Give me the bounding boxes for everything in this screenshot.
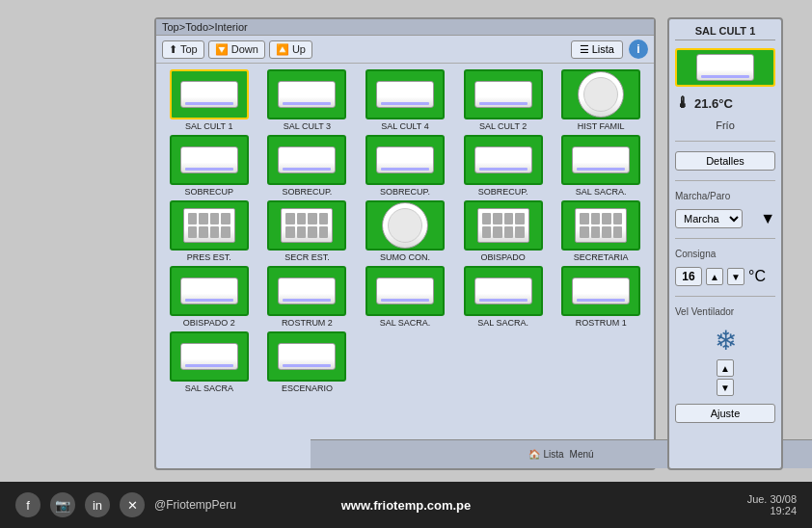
- device-icon: [365, 69, 445, 119]
- device-item[interactable]: SAL SACRA.: [358, 266, 452, 328]
- lista-button[interactable]: ☰ Lista: [571, 40, 623, 59]
- device-item[interactable]: SAL SACRA.: [456, 266, 551, 328]
- device-item[interactable]: SAL CULT 2: [456, 69, 551, 131]
- device-icon: [365, 266, 445, 316]
- device-item[interactable]: SAL SACRA: [162, 331, 257, 393]
- ac-wall-icon: [376, 146, 434, 173]
- device-icon: [365, 135, 445, 185]
- top-button[interactable]: ⬆ Top: [162, 40, 204, 59]
- device-icon: [170, 200, 249, 251]
- device-label: SAL SACRA.: [576, 187, 627, 197]
- device-label: SAL SACRA: [185, 383, 233, 393]
- ac-wall-icon: [180, 146, 238, 173]
- up-button[interactable]: 🔼 Up: [269, 40, 312, 59]
- device-icon: [267, 266, 346, 316]
- device-item[interactable]: SAL CULT 1: [162, 69, 257, 131]
- ac-grid-icon: [281, 208, 333, 243]
- ac-grid-icon: [575, 208, 627, 243]
- marcha-select[interactable]: Marcha Paro: [675, 209, 743, 228]
- device-item[interactable]: SOBRECUP.: [358, 135, 452, 197]
- device-icon: [464, 135, 543, 185]
- social-handle: @FriotempPeru: [154, 498, 236, 512]
- consigna-up-button[interactable]: ▲: [706, 268, 723, 285]
- up-icon: 🔼: [276, 43, 289, 56]
- ac-grid-icon: [183, 208, 235, 243]
- main-area: SAL CULT 1 SAL CULT 3 SAL CULT 4 SAL CUL…: [156, 64, 654, 459]
- device-icon: [561, 135, 640, 185]
- device-label: SOBRECUP: [185, 187, 234, 197]
- device-icon: [267, 135, 346, 185]
- info-button[interactable]: i: [629, 40, 648, 59]
- device-item[interactable]: SAL SACRA.: [554, 135, 648, 197]
- device-icon: [561, 69, 640, 119]
- device-item[interactable]: SECR EST.: [260, 200, 355, 262]
- ac-ceiling-icon: [382, 202, 428, 249]
- device-label: SAL CULT 1: [185, 121, 232, 131]
- left-area: [0, 17, 154, 470]
- instagram-icon[interactable]: 📷: [50, 492, 75, 517]
- ac-wall-icon: [278, 277, 336, 304]
- ac-wall-icon: [474, 277, 532, 304]
- ac-wall-icon: [180, 277, 238, 304]
- right-panel-device-icon: [675, 48, 775, 87]
- down-icon: 🔽: [215, 43, 229, 56]
- detalles-button[interactable]: Detalles: [675, 151, 775, 171]
- device-item[interactable]: SUMO CON.: [358, 200, 452, 262]
- device-label: SAL CULT 2: [479, 121, 527, 131]
- device-label: ROSTRUM 2: [282, 318, 333, 328]
- device-item[interactable]: ROSTRUM 2: [260, 266, 355, 328]
- ac-wall-icon: [376, 277, 434, 304]
- home-icon: 🏠: [528, 449, 540, 460]
- device-item[interactable]: SECRETARIA: [554, 200, 648, 262]
- ac-wall-icon: [180, 343, 238, 370]
- linkedin-icon[interactable]: in: [85, 492, 110, 517]
- device-item[interactable]: SOBRECUP.: [260, 135, 355, 197]
- device-item[interactable]: OBISPADO: [456, 200, 551, 262]
- device-label: OBISPADO: [480, 252, 525, 262]
- device-label: SAL SACRA.: [477, 318, 528, 328]
- device-icon: [561, 200, 640, 251]
- device-icon: [170, 331, 249, 382]
- consigna-label: Consigna: [675, 249, 775, 259]
- consigna-unit: °C: [748, 268, 766, 285]
- main-frame: Top>Todo>Interior ⬆ Top 🔽 Down 🔼 Up ☰ Li…: [154, 17, 656, 470]
- device-icon: [170, 69, 249, 119]
- consigna-row: 16 ▲ ▼ °C: [675, 267, 775, 286]
- ac-wall-icon: [474, 146, 532, 173]
- device-label: ROSTRUM 1: [576, 318, 627, 328]
- down-button[interactable]: 🔽 Down: [208, 40, 265, 59]
- fan-icon: ❄: [715, 325, 737, 356]
- device-icon: [170, 135, 249, 185]
- device-item[interactable]: ROSTRUM 1: [554, 266, 648, 328]
- right-panel: SAL CULT 1 🌡 21.6°C Frío Detalles Marcha…: [667, 17, 783, 470]
- facebook-icon[interactable]: f: [15, 492, 41, 517]
- device-item[interactable]: ESCENARIO: [260, 331, 355, 393]
- device-item[interactable]: OBISPADO 2: [162, 266, 257, 328]
- breadcrumb: Top>Todo>Interior: [156, 19, 654, 36]
- device-label: HIST FAMIL: [578, 121, 625, 131]
- vel-down-button[interactable]: ▼: [717, 379, 734, 396]
- device-item[interactable]: SOBRECUP.: [456, 135, 551, 197]
- device-item[interactable]: SOBRECUP: [162, 135, 257, 197]
- device-item[interactable]: SAL CULT 3: [260, 69, 355, 131]
- consigna-down-button[interactable]: ▼: [727, 268, 744, 285]
- ac-wall-icon: [278, 81, 336, 108]
- device-icon: [267, 69, 346, 119]
- device-item[interactable]: SAL CULT 4: [358, 69, 452, 131]
- ac-wall-icon: [278, 146, 336, 173]
- ac-wall-icon: [572, 146, 630, 173]
- status-text: Frío: [675, 119, 775, 131]
- device-label: ESCENARIO: [282, 383, 333, 393]
- twitter-icon[interactable]: ✕: [120, 492, 145, 517]
- device-icon: [464, 266, 543, 316]
- ajuste-button[interactable]: Ajuste: [675, 404, 775, 423]
- marcha-paro-label: Marcha/Paro: [675, 191, 775, 201]
- lista-menu-button[interactable]: 🏠 Lista Menú: [528, 449, 593, 460]
- device-item[interactable]: PRES EST.: [162, 200, 257, 262]
- device-label: SOBRECUP.: [478, 187, 528, 197]
- ac-ceiling-icon: [578, 71, 624, 118]
- device-icon: [464, 69, 543, 119]
- device-item[interactable]: HIST FAMIL: [554, 69, 648, 131]
- device-label: PRES EST.: [187, 252, 231, 262]
- vel-up-button[interactable]: ▲: [717, 359, 734, 377]
